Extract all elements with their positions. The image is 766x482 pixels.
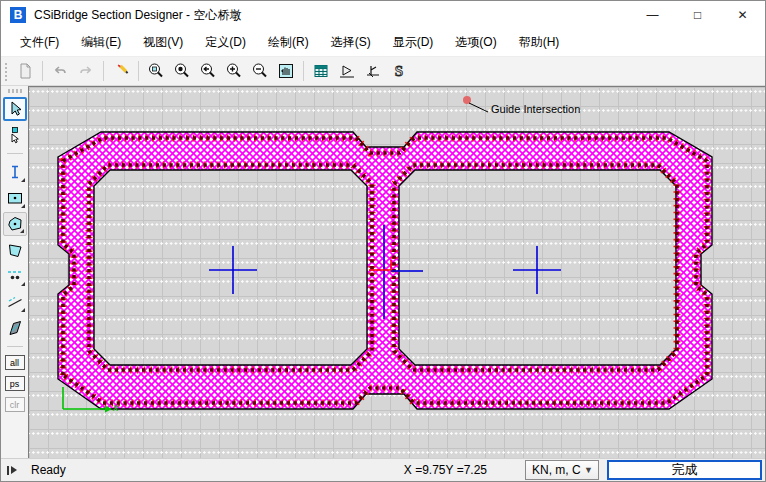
- reshape-tool-icon[interactable]: [3, 123, 27, 147]
- grid-table-icon[interactable]: [308, 59, 334, 83]
- section-canvas[interactable]: Guide Intersection x: [28, 86, 765, 458]
- rebar-right-cell: [394, 165, 677, 370]
- status-message: Ready: [31, 463, 404, 477]
- toolbar-separator: [103, 61, 104, 81]
- menu-draw[interactable]: 绘制(R): [259, 29, 318, 56]
- draw-parallelogram-icon[interactable]: [3, 316, 27, 340]
- draw-line-icon[interactable]: [3, 290, 27, 314]
- undo-icon[interactable]: [47, 59, 73, 83]
- title-bar: B CSiBridge Section Designer - 空心桥墩 — □ …: [1, 1, 765, 29]
- guide-intersection-marker: [463, 96, 488, 112]
- menu-file[interactable]: 文件(F): [11, 29, 68, 56]
- units-value: KN, m, C: [532, 463, 581, 477]
- done-button[interactable]: 完成: [607, 460, 762, 480]
- toolbar-separator: [138, 61, 139, 81]
- minimize-button[interactable]: —: [630, 1, 675, 29]
- dimension-tool-icon[interactable]: [3, 160, 27, 184]
- status-bar: Ready X =9.75Y =7.25 KN, m, C ▼ 完成: [1, 458, 765, 481]
- axis-x-label: x: [113, 401, 119, 413]
- window-controls: — □ ✕: [630, 1, 765, 29]
- toolbar-separator: [303, 61, 304, 81]
- zoom-out-icon[interactable]: [247, 59, 273, 83]
- maximize-button[interactable]: □: [675, 1, 720, 29]
- svg-text:S: S: [395, 63, 403, 79]
- toolbar-grip: [3, 61, 9, 81]
- menu-display[interactable]: 显示(D): [384, 29, 443, 56]
- show-all-button[interactable]: all: [5, 355, 25, 370]
- tool-sidebar: all ps clr: [1, 86, 28, 458]
- pan-hand-icon[interactable]: [273, 59, 299, 83]
- clear-button[interactable]: clr: [5, 397, 25, 412]
- draw-rebar-icon[interactable]: [3, 264, 27, 288]
- pencil-draw-icon[interactable]: [108, 59, 134, 83]
- app-window: B CSiBridge Section Designer - 空心桥墩 — □ …: [0, 0, 766, 482]
- zoom-previous-icon[interactable]: [195, 59, 221, 83]
- draw-shape-icon[interactable]: [3, 238, 27, 262]
- close-button[interactable]: ✕: [720, 1, 765, 29]
- window-title: CSiBridge Section Designer - 空心桥墩: [34, 7, 241, 24]
- ps-button[interactable]: ps: [5, 376, 25, 391]
- app-logo-icon: B: [10, 7, 26, 23]
- section-drawing: [29, 87, 765, 458]
- select-arrow-icon[interactable]: [3, 97, 27, 121]
- toolbar-separator: [42, 61, 43, 81]
- menu-view[interactable]: 视图(V): [134, 29, 192, 56]
- zoom-full-view-icon[interactable]: [169, 59, 195, 83]
- flip-axis-icon[interactable]: [334, 59, 360, 83]
- draw-polygon-icon[interactable]: [3, 212, 27, 236]
- draw-rectangle-icon[interactable]: [3, 186, 27, 210]
- menu-select[interactable]: 选择(S): [322, 29, 380, 56]
- sidebar-grip: [8, 89, 22, 93]
- main-area: all ps clr: [1, 86, 765, 458]
- main-toolbar: S: [1, 57, 765, 86]
- zoom-in-icon[interactable]: [221, 59, 247, 83]
- new-document-icon[interactable]: [12, 59, 38, 83]
- menu-help[interactable]: 帮助(H): [510, 29, 569, 56]
- sidebar-separator: [7, 346, 23, 347]
- guide-intersection-label: Guide Intersection: [491, 103, 580, 115]
- cursor-coordinates: X =9.75Y =7.25: [404, 463, 487, 477]
- rebar-left-cell: [89, 165, 372, 370]
- status-indicator-icon: [7, 464, 21, 476]
- chevron-down-icon: ▼: [584, 465, 593, 475]
- zoom-window-icon[interactable]: [143, 59, 169, 83]
- dimension-axis-icon[interactable]: [360, 59, 386, 83]
- menu-define[interactable]: 定义(D): [196, 29, 255, 56]
- menu-options[interactable]: 选项(O): [446, 29, 505, 56]
- menu-bar: 文件(F) 编辑(E) 视图(V) 定义(D) 绘制(R) 选择(S) 显示(D…: [1, 29, 765, 57]
- sidebar-separator: [7, 153, 23, 154]
- section-s-icon[interactable]: S: [386, 59, 412, 83]
- units-dropdown[interactable]: KN, m, C ▼: [525, 460, 599, 480]
- redo-icon[interactable]: [73, 59, 99, 83]
- menu-edit[interactable]: 编辑(E): [72, 29, 130, 56]
